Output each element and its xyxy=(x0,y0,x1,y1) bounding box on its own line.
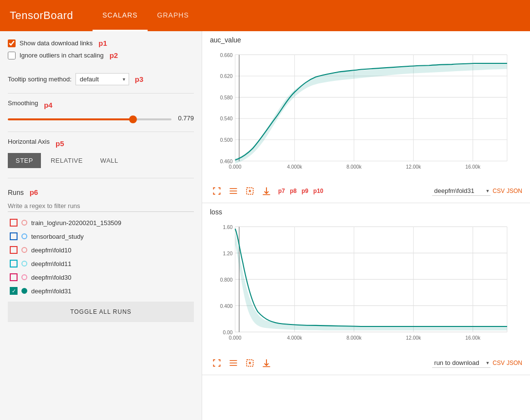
sidebar: Show data download links p1 Ignore outli… xyxy=(0,31,202,420)
download-button[interactable] xyxy=(260,184,273,198)
svg-text:0.800: 0.800 xyxy=(220,277,233,283)
loss-run-selector: run to download CSV JSON xyxy=(432,358,522,368)
tooltip-sorting-select[interactable]: default ascending descending nearest xyxy=(76,73,129,85)
loss-chart-area: 1.60 1.20 0.800 0.400 0.00 0.000 4.000k … xyxy=(202,218,530,353)
tooltip-select-wrapper: default ascending descending nearest xyxy=(76,73,129,85)
tooltip-sorting-label: Tooltip sorting method: xyxy=(8,76,72,83)
run-checkbox[interactable] xyxy=(10,232,18,240)
show-download-label: Show data download links xyxy=(19,39,93,47)
loss-section-title: loss xyxy=(210,208,222,216)
run-item[interactable]: deepfm\fold10 xyxy=(8,243,194,257)
loss-zoom-button[interactable] xyxy=(243,356,257,370)
param-p4: p4 xyxy=(44,101,53,109)
runs-label: Runs xyxy=(8,189,24,196)
ignore-outliers-row: Ignore outliers in chart scaling p2 xyxy=(8,51,194,59)
run-checkbox[interactable] xyxy=(10,287,18,295)
param-p6: p6 xyxy=(30,188,38,196)
horizontal-axis-label: Horizontal Axis xyxy=(8,138,50,145)
fit-to-data-button[interactable] xyxy=(210,184,224,198)
nav-scalars[interactable]: SCALARS xyxy=(93,0,147,31)
divider-1 xyxy=(8,93,194,94)
run-circle xyxy=(21,233,27,239)
app-logo: TensorBoard xyxy=(10,9,73,22)
run-checkbox[interactable] xyxy=(10,219,18,227)
auc-run-selector: deepfm\fold31 CSV JSON xyxy=(432,186,522,196)
auc-run-select-wrapper: deepfm\fold31 xyxy=(432,186,491,196)
auc-csv-link[interactable]: CSV xyxy=(492,188,505,194)
runs-filter-input[interactable] xyxy=(8,200,194,212)
run-item[interactable]: deepfm\fold30 xyxy=(8,270,194,284)
loss-chart-footer: run to download CSV JSON xyxy=(202,353,530,375)
auc-csv-json-links: CSV JSON xyxy=(492,188,522,194)
param-p1: p1 xyxy=(98,39,107,47)
auc-chart-actions: p7 p8 p9 p10 xyxy=(210,184,323,198)
run-item[interactable]: deepfm\fold31 xyxy=(8,284,194,298)
axis-buttons: STEP RELATIVE WALL xyxy=(8,153,194,168)
auc-section-title: auc_value xyxy=(210,36,241,44)
run-label: train_log\run-20200201_153509 xyxy=(31,219,121,227)
param-p9: p9 xyxy=(302,188,308,194)
nav-graphs[interactable]: GRAPHS xyxy=(148,0,199,31)
main-nav: SCALARS GRAPHS xyxy=(93,0,198,31)
run-checkbox[interactable] xyxy=(10,260,18,267)
svg-text:0.000: 0.000 xyxy=(229,335,242,341)
run-circle xyxy=(21,220,27,226)
axis-btn-step[interactable]: STEP xyxy=(8,153,41,168)
runs-header: Runs p6 xyxy=(8,188,194,196)
svg-text:1.60: 1.60 xyxy=(223,225,232,230)
run-label: tensorboard_study xyxy=(31,233,84,240)
svg-text:0.500: 0.500 xyxy=(220,137,233,143)
header: TensorBoard SCALARS GRAPHS xyxy=(0,0,530,31)
svg-text:4.000k: 4.000k xyxy=(287,335,303,341)
run-circle xyxy=(21,261,27,267)
svg-text:12.00k: 12.00k xyxy=(406,335,421,341)
param-p7: p7 xyxy=(278,188,285,194)
loss-csv-link[interactable]: CSV xyxy=(492,360,505,366)
options-section: Show data download links p1 Ignore outli… xyxy=(8,39,194,63)
auc-chart-svg: 0.660 0.620 0.580 0.540 0.500 0.460 0.00… xyxy=(210,50,522,181)
svg-text:8.000k: 8.000k xyxy=(346,335,362,341)
run-checkbox[interactable] xyxy=(10,273,18,281)
toggle-all-button[interactable]: TOGGLE ALL RUNS xyxy=(8,302,194,322)
loss-section-header: loss xyxy=(202,203,530,218)
runs-list: train_log\run-20200201_153509tensorboard… xyxy=(8,216,194,298)
axis-btn-wall[interactable]: WALL xyxy=(93,153,126,168)
run-circle xyxy=(21,247,27,253)
auc-run-select[interactable]: deepfm\fold31 xyxy=(432,186,491,196)
svg-text:0.460: 0.460 xyxy=(220,159,233,164)
loss-json-link[interactable]: JSON xyxy=(507,360,522,366)
ignore-outliers-checkbox[interactable] xyxy=(8,52,16,59)
right-panel: auc_value xyxy=(202,31,530,420)
auc-chart-footer: p7 p8 p9 p10 deepfm\fold31 CSV JSON xyxy=(202,181,530,203)
loss-download-button[interactable] xyxy=(260,356,273,370)
run-circle xyxy=(21,274,27,280)
loss-fit-button[interactable] xyxy=(210,356,224,370)
run-item[interactable]: deepfm\fold11 xyxy=(8,257,194,270)
svg-text:0.00: 0.00 xyxy=(223,330,232,335)
axis-btn-relative[interactable]: RELATIVE xyxy=(43,153,91,168)
run-checkbox[interactable] xyxy=(10,246,18,254)
smoothing-slider-row: 0.779 xyxy=(8,115,194,122)
loss-run-select[interactable]: run to download xyxy=(432,358,491,368)
smoothing-label: Smoothing xyxy=(8,99,38,107)
svg-text:16.00k: 16.00k xyxy=(465,164,481,170)
zoom-button[interactable] xyxy=(243,184,257,198)
run-item[interactable]: tensorboard_study xyxy=(8,229,194,243)
smoothing-slider[interactable] xyxy=(8,118,171,120)
loss-toggle-lines-button[interactable] xyxy=(227,356,240,370)
auc-chart-container: 0.660 0.620 0.580 0.540 0.500 0.460 0.00… xyxy=(210,50,522,181)
smoothing-value: 0.779 xyxy=(176,115,194,122)
show-download-row: Show data download links p1 xyxy=(8,39,194,47)
ignore-outliers-label: Ignore outliers in chart scaling xyxy=(19,52,104,59)
svg-text:0.540: 0.540 xyxy=(220,116,233,121)
run-item[interactable]: train_log\run-20200201_153509 xyxy=(8,216,194,229)
horizontal-axis-section: Horizontal Axis p5 STEP RELATIVE WALL xyxy=(8,138,194,168)
toggle-lines-button[interactable] xyxy=(227,184,240,198)
show-download-checkbox[interactable] xyxy=(8,39,16,47)
run-label: deepfm\fold31 xyxy=(31,287,71,295)
smoothing-section: Smoothing p4 0.779 xyxy=(8,99,194,122)
divider-3 xyxy=(8,178,194,178)
svg-text:0.620: 0.620 xyxy=(220,74,233,79)
auc-json-link[interactable]: JSON xyxy=(507,188,522,194)
tooltip-sorting-row: Tooltip sorting method: default ascendin… xyxy=(8,73,194,85)
